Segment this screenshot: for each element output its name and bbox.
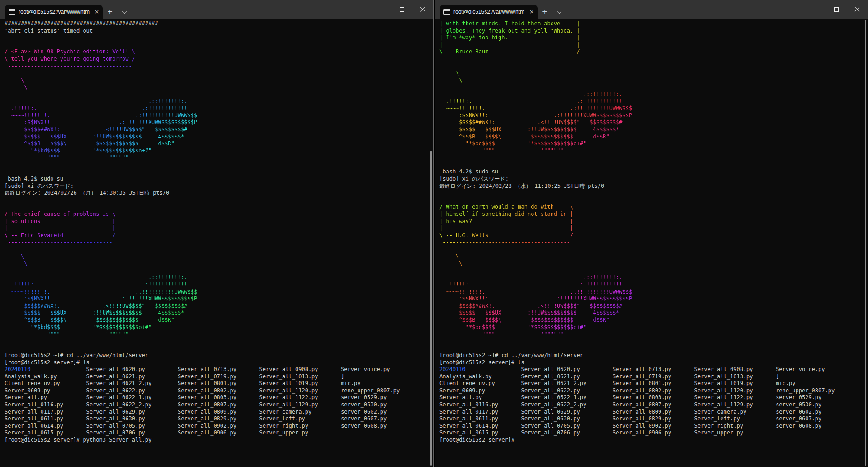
terminal-line: Server_all_0614.py Server_all_0705.py Se…	[439, 423, 867, 430]
terminal-line	[439, 267, 867, 275]
terminal-line	[5, 444, 433, 451]
terminal-line: ~~~~!!!!!!!. .:!!!!!!!!!!UWWW$$$	[439, 289, 867, 296]
titlebar[interactable]: root@dic515s2:/var/www/htm × +	[0, 0, 433, 19]
minimize-icon	[379, 10, 384, 10]
terminal-line: \ -- Eric Sevareid /	[5, 232, 433, 239]
new-tab-button[interactable]: +	[538, 5, 552, 19]
terminal-line: ----------------------------------------…	[439, 56, 867, 63]
maximize-button[interactable]	[392, 0, 412, 19]
maximize-icon	[400, 7, 404, 12]
terminal-line: \	[5, 253, 433, 261]
terminal-line: :$$NWX!!: .:!!!!!!!XUWW$$$$$$$$$$P	[5, 119, 433, 126]
terminal-line: $$$$$##WX!: .<!!!!UW$$$$" $$$$$$$$$#	[5, 303, 433, 310]
terminal-line	[439, 154, 867, 162]
terminal-line: | I'm *way* too high." |	[439, 34, 867, 42]
terminal-line: [root@dic515s2 ~]# cd ../var/www/html/se…	[439, 352, 867, 359]
terminal-line: ^$$$B $$$$\ $$$$$$$$$$$$$ d$$R"	[5, 140, 433, 148]
terminal-line	[5, 168, 433, 176]
terminal-line: Server_all_0611.py Server_all_0630.py Se…	[439, 415, 867, 423]
minimize-icon	[813, 10, 818, 10]
terminal-window-icon	[443, 9, 450, 15]
terminal-window-right: root@dic515s2:/var/www/htm × + | with th…	[435, 0, 868, 467]
terminal-line	[439, 246, 867, 253]
close-button[interactable]	[847, 0, 868, 19]
terminal-line: | with their minds. I hold them above |	[439, 20, 867, 28]
terminal-line: Server_all.py Server_all_0622_1.py Serve…	[439, 394, 867, 401]
terminal-line: [sudo] xi のパスワード:	[5, 183, 433, 190]
terminal-line: "*$bd$$$$ '*$$$$$$$$$$$$o+#"	[439, 324, 867, 331]
new-tab-button[interactable]: +	[103, 5, 117, 19]
terminal-line: ^$$$B $$$$\ $$$$$$$$$$$$$ d$$R"	[439, 133, 867, 141]
terminal-line	[5, 338, 433, 345]
terminal-line: Server_all_0615.py Server_all_0706.py Se…	[5, 429, 433, 437]
minimize-button[interactable]	[805, 0, 826, 19]
terminal-line: --------------------------------------	[5, 63, 433, 70]
terminal-line	[439, 84, 867, 91]
terminal-line: .::!!!!!!!:.	[5, 98, 433, 105]
terminal-line: 20240110 Server_all_0620.py Server_all_0…	[439, 366, 867, 373]
terminal-tab[interactable]: root@dic515s2:/var/www/htm ×	[5, 5, 103, 19]
terminal-line: / The chief cause of problems is \	[5, 211, 433, 218]
terminal-line: Server_all_0615.py Server_all_0706.py Se…	[439, 429, 867, 437]
terminal-line: | his way? |	[439, 218, 867, 225]
terminal-line: .!!!!!:. .:!!!!!!!!!!!!	[439, 281, 867, 289]
tab-dropdown-button[interactable]	[117, 5, 132, 19]
terminal-line	[439, 190, 867, 197]
terminal-line	[5, 267, 433, 275]
terminal-line: [root@dic515s2 server]#	[439, 437, 867, 444]
terminal-line: Server_all_0116.py Server_all_0622_2.py …	[5, 401, 433, 409]
scrollbar-thumb[interactable]	[430, 151, 432, 466]
terminal-tab[interactable]: root@dic515s2:/var/www/htm ×	[440, 5, 538, 19]
terminal-line: """" """""""	[5, 331, 433, 338]
terminal-line: \	[5, 260, 433, 267]
terminal-line: .!!!!!:. .:!!!!!!!!!!!!	[5, 281, 433, 289]
terminal-line: ______________________________________	[5, 42, 433, 49]
tab-close-icon[interactable]: ×	[94, 9, 99, 15]
close-icon	[420, 7, 425, 12]
terminal-line: | solutions. |	[5, 218, 433, 225]
terminal-line: [root@dic515s2 ~]# cd ../var/www/html/se…	[5, 352, 433, 359]
terminal-line: | globes. They freak out and yell "Whooa…	[439, 28, 867, 35]
terminal-line: $$$$$ $$$UX :!!UW$$$$$$$$$$ 4$$$$$$*	[439, 310, 867, 317]
terminal-line: \ -- Bruce Baum /	[439, 48, 867, 56]
terminal-line: 'abrt-cli status' timed out	[5, 28, 433, 35]
maximize-button[interactable]	[826, 0, 847, 19]
terminal-line: :$$NWX!!: .:!!!!!!!XUWW$$$$$$$$$$P	[439, 295, 867, 303]
terminal-line: | |	[439, 42, 867, 49]
terminal-line: | |	[5, 225, 433, 232]
terminal-line: """" """""""	[5, 154, 433, 162]
terminal-line	[5, 345, 433, 352]
terminal-window-left: root@dic515s2:/var/www/htm × + #########…	[0, 0, 434, 467]
terminal-line	[5, 70, 433, 77]
terminal-screen[interactable]: | with their minds. I hold them above ||…	[436, 19, 867, 466]
directory-entry: 20240110	[439, 366, 466, 372]
terminal-line: \	[439, 70, 867, 77]
maximize-icon	[834, 7, 839, 12]
minimize-button[interactable]	[371, 0, 392, 19]
terminal-line: ~~~~!!!!!!!. .:!!!!!!!!!!UWWW$$$	[5, 112, 433, 119]
terminal-line: Server_all_0611.py Server_all_0630.py Se…	[5, 415, 433, 423]
scrollbar-thumb[interactable]	[865, 20, 866, 466]
tab-dropdown-button[interactable]	[552, 5, 566, 19]
terminal-line: [root@dic515s2 server]# python3 Server_a…	[5, 437, 433, 444]
text-cursor	[5, 444, 5, 450]
terminal-line: :$$NWX!!: .:!!!!!!!XUWW$$$$$$$$$$P	[5, 295, 433, 303]
terminal-line	[5, 91, 433, 98]
chevron-down-icon	[557, 9, 561, 14]
terminal-line: \ tell you where you're going tomorrow /	[5, 56, 433, 63]
titlebar[interactable]: root@dic515s2:/var/www/htm × +	[435, 0, 868, 19]
terminal-line: ~~~~!!!!!!!. .:!!!!!!!!!!UWWW$$$	[439, 105, 867, 112]
terminal-line	[439, 162, 867, 169]
terminal-line	[5, 197, 433, 204]
close-icon	[854, 7, 860, 12]
terminal-line: -bash-4.2$ sudo su -	[439, 168, 867, 176]
terminal-screen[interactable]: ########################################…	[1, 19, 433, 466]
terminal-line: 最終ログイン: 2024/02/28 （水） 11:10:25 JST日時 pt…	[439, 183, 867, 190]
tab-title: root@dic515s2:/var/www/htm	[19, 9, 91, 15]
tab-close-icon[interactable]: ×	[529, 9, 534, 15]
terminal-line: """" """""""	[439, 331, 867, 338]
terminal-line: Analysis_walk.py Server_all_0621.py Serv…	[439, 373, 867, 381]
terminal-line: Client_rene_uv.py Server_all_0621_2.py S…	[5, 380, 433, 387]
close-button[interactable]	[412, 0, 433, 19]
terminal-line: $$$$$ $$$UX :!!UW$$$$$$$$$$ 4$$$$$$*	[5, 133, 433, 141]
